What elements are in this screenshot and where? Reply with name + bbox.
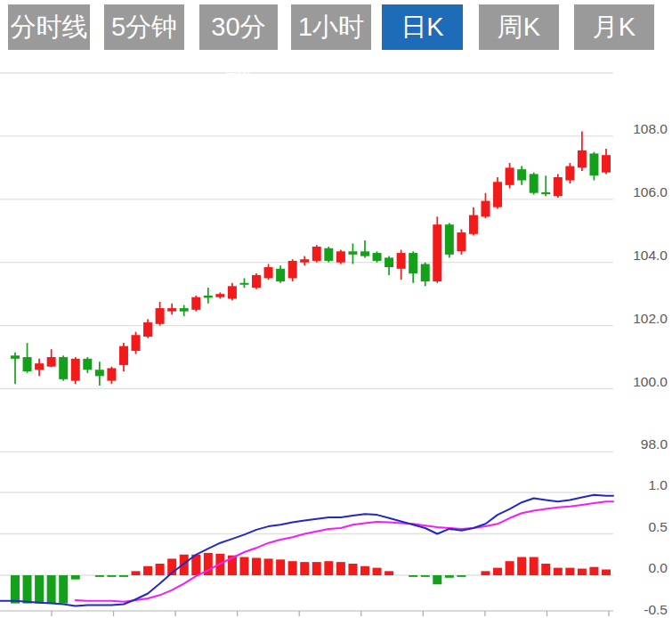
- tab-5min[interactable]: 5分钟: [104, 4, 184, 50]
- candle-body: [180, 308, 189, 312]
- candle-body: [433, 224, 441, 281]
- macd-histogram-bar: [264, 558, 273, 575]
- candle-body: [360, 251, 369, 256]
- period-toolbar: 分时线 5分钟 30分钟 1小时 日K 周K 月K: [0, 0, 672, 53]
- candle-body: [409, 253, 417, 273]
- macd-histogram-bar: [59, 575, 68, 604]
- candle-body: [554, 177, 563, 196]
- macd-histogram-bar: [276, 559, 285, 575]
- candle-body: [288, 261, 297, 278]
- candle-body: [228, 286, 237, 298]
- macd-histogram-bar: [239, 557, 248, 575]
- candle-body: [517, 169, 526, 180]
- macd-histogram-bar: [312, 562, 321, 575]
- candle-body: [107, 368, 116, 380]
- candle-body: [132, 335, 141, 351]
- candle-body: [397, 253, 406, 269]
- candle-body: [143, 322, 152, 337]
- macd-axis-label: -0.5: [644, 602, 668, 617]
- candle-body: [95, 370, 104, 376]
- candle-body: [445, 224, 454, 255]
- candle-body: [373, 253, 382, 261]
- candle-body: [191, 297, 200, 310]
- candle-body: [23, 357, 32, 371]
- tab-daily-k[interactable]: 日K: [382, 4, 463, 50]
- macd-histogram-bar: [457, 575, 466, 577]
- macd-histogram-bar: [602, 569, 611, 575]
- candle-body: [215, 294, 224, 297]
- candle-body: [457, 232, 466, 251]
- stock-kline-app: 分时线 5分钟 30分钟 1小时 日K 周K 月K 108.0106.0104.…: [0, 0, 672, 618]
- candle-body: [59, 357, 68, 379]
- candle-body: [589, 153, 598, 175]
- candle-body: [264, 267, 273, 278]
- macd-axis-label: 0.0: [648, 560, 668, 575]
- candle-body: [336, 251, 345, 262]
- candle-body: [421, 264, 430, 281]
- macd-axis-label: 0.5: [648, 519, 668, 534]
- macd-histogram-bar: [360, 566, 369, 575]
- macd-histogram-bar: [132, 571, 141, 575]
- candle-body: [602, 155, 611, 172]
- candle-body: [35, 363, 44, 370]
- dif-line: [0, 495, 613, 606]
- candle-body: [300, 259, 309, 263]
- candle-body: [47, 357, 56, 367]
- macd-histogram-bar: [336, 562, 345, 575]
- macd-histogram-bar: [554, 568, 563, 575]
- macd-histogram-bar: [517, 557, 526, 575]
- macd-histogram-bar: [324, 561, 333, 575]
- candle-body: [493, 182, 502, 207]
- macd-histogram-bar: [481, 571, 490, 575]
- macd-histogram-bar: [541, 564, 550, 575]
- macd-histogram-bar: [23, 575, 32, 604]
- price-axis-label: 108.0: [633, 121, 668, 136]
- price-axis-label: 100.0: [633, 374, 668, 389]
- tab-monthly-k[interactable]: 月K: [574, 4, 654, 50]
- macd-histogram-bar: [156, 564, 165, 575]
- candle-body: [252, 275, 261, 288]
- candle-body: [481, 201, 490, 217]
- macd-histogram-bar: [107, 575, 116, 577]
- candle-body: [312, 247, 321, 261]
- candle-body: [578, 150, 587, 167]
- tab-1hour[interactable]: 1小时: [291, 4, 371, 50]
- candle-body: [565, 167, 574, 181]
- macd-histogram-bar: [252, 557, 261, 575]
- macd-histogram-bar: [119, 575, 128, 577]
- candle-body: [119, 346, 128, 365]
- macd-histogram-bar: [71, 575, 80, 580]
- tab-30min[interactable]: 30分钟: [199, 4, 278, 50]
- macd-histogram-bar: [530, 557, 538, 575]
- macd-histogram-bar: [11, 575, 20, 604]
- macd-histogram-bar: [433, 575, 441, 584]
- macd-histogram-bar: [300, 562, 309, 575]
- candle-body: [530, 174, 538, 192]
- candle-body: [348, 251, 357, 255]
- macd-histogram-bar: [95, 575, 104, 577]
- macd-histogram-bar: [180, 555, 189, 575]
- macd-histogram-bar: [409, 575, 417, 577]
- candle-body: [83, 359, 92, 370]
- macd-histogram-bar: [348, 564, 357, 575]
- candle-body: [324, 248, 333, 261]
- candle-body: [167, 308, 176, 312]
- macd-histogram-bar: [578, 569, 587, 575]
- candle-body: [541, 192, 550, 194]
- kline-chart-canvas[interactable]: 108.0106.0104.0102.0100.098.01.00.50.0-0…: [0, 0, 672, 618]
- price-axis-label: 106.0: [633, 184, 668, 199]
- macd-histogram-bar: [445, 575, 454, 578]
- macd-histogram-bar: [506, 561, 514, 575]
- candle-body: [156, 308, 165, 324]
- macd-histogram-bar: [565, 568, 574, 575]
- tab-timeline[interactable]: 分时线: [8, 4, 90, 50]
- macd-histogram-bar: [47, 575, 56, 604]
- macd-histogram-bar: [385, 571, 393, 575]
- tab-weekly-k[interactable]: 周K: [479, 4, 559, 50]
- price-axis-label: 98.0: [641, 436, 668, 451]
- macd-axis-label: 1.0: [648, 477, 668, 492]
- candle-body: [385, 257, 393, 267]
- candle-body: [469, 215, 478, 234]
- macd-histogram-bar: [35, 575, 44, 604]
- macd-histogram-bar: [589, 567, 598, 575]
